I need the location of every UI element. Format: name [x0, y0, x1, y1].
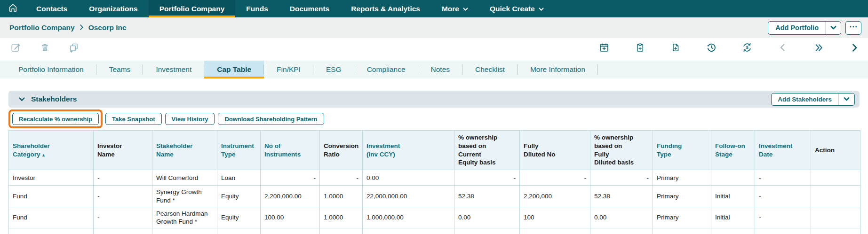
svg-text:$: $ — [746, 45, 749, 50]
nav-item-portfolio-company[interactable]: Portfolio Company — [149, 0, 236, 17]
cell-instrument-type: Equity — [217, 207, 261, 228]
form-add-icon[interactable] — [635, 42, 645, 53]
cell-ownership-based-on-current-equity-basis: - — [454, 170, 520, 186]
delete-icon[interactable] — [40, 42, 50, 53]
col-header-shareholder-category[interactable]: Shareholder Category ▲ — [9, 131, 94, 170]
tab-checklist[interactable]: Checklist — [462, 61, 518, 78]
cell-action — [811, 170, 860, 186]
attention-highlight-ring: Recalculate % ownership — [8, 109, 103, 128]
cell-investment-date: - — [755, 207, 811, 228]
chevron-down-icon — [19, 95, 25, 103]
col-header-conversion-ratio: Conversion Ratio — [320, 131, 363, 170]
sort-ascending-icon: ▲ — [40, 153, 46, 157]
tab-notes[interactable]: Notes — [418, 61, 463, 78]
cell-no-of-instruments: - — [261, 170, 320, 186]
tab-portfolio-information[interactable]: Portfolio Information — [6, 61, 96, 78]
nav-items: ContactsOrganizationsPortfolio CompanyFu… — [25, 0, 555, 17]
cell-investment-inv-ccy: 0.00 — [363, 170, 454, 186]
cell-ownership-based-on-fully-diluted-basis: - — [590, 170, 653, 186]
add-stakeholders-button[interactable]: Add Stakeholders — [771, 93, 855, 106]
cell-investor-name: - — [94, 228, 152, 234]
cell-funding-type: Primary — [653, 207, 711, 228]
chevron-left-icon — [778, 42, 788, 53]
cell-conversion-ratio: 1.0000 — [320, 228, 363, 234]
cell-ownership-based-on-fully-diluted-basis: 0.00 — [590, 207, 653, 228]
chevron-down-icon — [463, 5, 468, 13]
duplicate-icon[interactable] — [69, 42, 79, 53]
col-header-fully-diluted-no: Fully Diluted No — [520, 131, 590, 170]
take-snapshot-button[interactable]: Take Snapshot — [105, 113, 162, 125]
col-header-follow-on-stage[interactable]: Follow-on Stage — [711, 131, 755, 170]
tab-compliance[interactable]: Compliance — [354, 61, 418, 78]
view-history-button[interactable]: View History — [165, 113, 215, 125]
cell-shareholder-category: Investor — [9, 170, 94, 186]
breadcrumb-parent[interactable]: Portfolio Company — [9, 23, 75, 32]
cell-action — [811, 186, 860, 207]
history-icon[interactable] — [706, 42, 717, 53]
currency-refresh-icon[interactable]: $ — [742, 42, 752, 53]
column-label: Investor Name — [97, 142, 122, 158]
cell-funding-type: Primary — [653, 170, 711, 186]
stakeholders-collapse-toggle[interactable]: Stakeholders — [19, 95, 771, 103]
column-label: Instrument Type — [221, 142, 254, 158]
table-header-row: Shareholder Category ▲Investor NameStake… — [9, 131, 860, 170]
double-chevron-right-icon[interactable] — [813, 42, 824, 53]
cap-table-panel: Stakeholders Add Stakeholders Recalculat… — [0, 91, 868, 234]
column-label: No of Instruments — [264, 142, 301, 158]
more-actions-button[interactable]: ⋯ — [845, 21, 861, 35]
add-portfolio-button[interactable]: Add Portfolio — [768, 21, 841, 35]
tab-more-information[interactable]: More Information — [518, 61, 598, 78]
stakeholders-section-header: Stakeholders Add Stakeholders — [8, 91, 860, 108]
add-portfolio-dropdown[interactable] — [826, 22, 841, 34]
nav-item-label: More — [442, 5, 459, 13]
tab-fin-kpi[interactable]: Fin/KPI — [264, 61, 313, 78]
cell-stakeholder-name: Synergy Growth Fund * — [152, 186, 217, 207]
column-label: Funding Type — [657, 142, 682, 158]
cell-stakeholder-name: Intera Fund IV — [152, 228, 217, 234]
toolbar-left-icons — [10, 42, 79, 53]
cell-ownership-based-on-current-equity-basis: 0.00 — [454, 207, 520, 228]
stakeholders-actions: Recalculate % ownershipTake SnapshotView… — [8, 109, 860, 128]
cell-follow-on-stage: Initial — [711, 228, 755, 234]
recalculate-ownership-button[interactable]: Recalculate % ownership — [12, 113, 99, 125]
tab-cap-table[interactable]: Cap Table — [204, 61, 264, 78]
col-header-investment-date[interactable]: Investment Date — [755, 131, 811, 170]
cell-investment-inv-ccy: 22,000,000.00 — [363, 186, 454, 207]
cell-action — [811, 207, 860, 228]
nav-item-quick-create[interactable]: Quick Create — [479, 0, 555, 17]
tab-esg[interactable]: ESG — [313, 61, 354, 78]
nav-item-reports-analytics[interactable]: Reports & Analytics — [340, 0, 431, 17]
col-header-stakeholder-name[interactable]: Stakeholder Name — [152, 131, 217, 170]
nav-item-funds[interactable]: Funds — [235, 0, 279, 17]
file-add-icon[interactable] — [670, 42, 681, 53]
breadcrumb-current: Oscorp Inc — [88, 23, 127, 32]
cell-ownership-based-on-fully-diluted-basis: 47.62 — [590, 228, 653, 234]
calendar-add-icon[interactable] — [599, 42, 609, 53]
cell-action — [811, 228, 860, 234]
cell-follow-on-stage: Initial — [711, 207, 755, 228]
nav-item-organizations[interactable]: Organizations — [78, 0, 148, 17]
home-button[interactable] — [0, 0, 25, 17]
cell-ownership-based-on-fully-diluted-basis: 52.38 — [590, 186, 653, 207]
col-header-funding-type[interactable]: Funding Type — [653, 131, 711, 170]
col-header-investment-inv-ccy[interactable]: Investment (Inv CCY) — [363, 131, 454, 170]
nav-item-label: Documents — [290, 5, 329, 13]
cell-fully-diluted-no: - — [520, 170, 590, 186]
nav-item-more[interactable]: More — [431, 0, 479, 17]
nav-item-documents[interactable]: Documents — [279, 0, 340, 17]
tab-teams[interactable]: Teams — [96, 61, 143, 78]
download-shareholding-pattern-button[interactable]: Download Shareholding Pattern — [218, 113, 324, 125]
cell-funding-type: Primary — [653, 186, 711, 207]
nav-item-contacts[interactable]: Contacts — [25, 0, 78, 17]
tab-investment[interactable]: Investment — [143, 61, 204, 78]
cell-follow-on-stage: Initial — [711, 186, 755, 207]
add-stakeholders-dropdown[interactable] — [838, 94, 854, 105]
col-header-instrument-type[interactable]: Instrument Type — [217, 131, 261, 170]
edit-icon[interactable] — [10, 42, 21, 53]
column-label: Investment Date — [759, 142, 792, 158]
col-header-no-of-instruments[interactable]: No of Instruments — [261, 131, 320, 170]
cell-no-of-instruments: 100.00 — [261, 207, 320, 228]
chevron-right-icon[interactable] — [849, 42, 860, 53]
add-stakeholders-label: Add Stakeholders — [772, 94, 838, 105]
cell-shareholder-category: Fund — [9, 228, 94, 234]
